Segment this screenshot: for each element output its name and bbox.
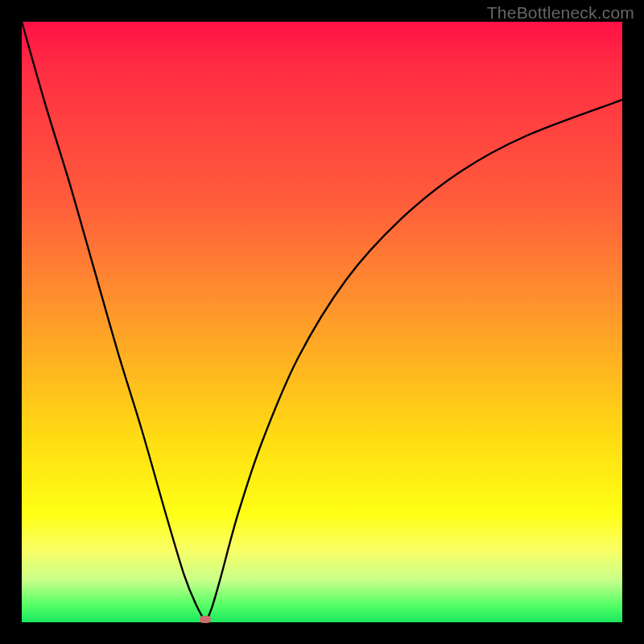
plot-area — [22, 22, 622, 622]
chart-frame: TheBottleneck.com — [0, 0, 644, 644]
watermark-label: TheBottleneck.com — [487, 3, 634, 23]
bottleneck-curve-path — [22, 22, 622, 619]
curve-svg — [22, 22, 622, 622]
minimum-marker — [200, 616, 211, 623]
